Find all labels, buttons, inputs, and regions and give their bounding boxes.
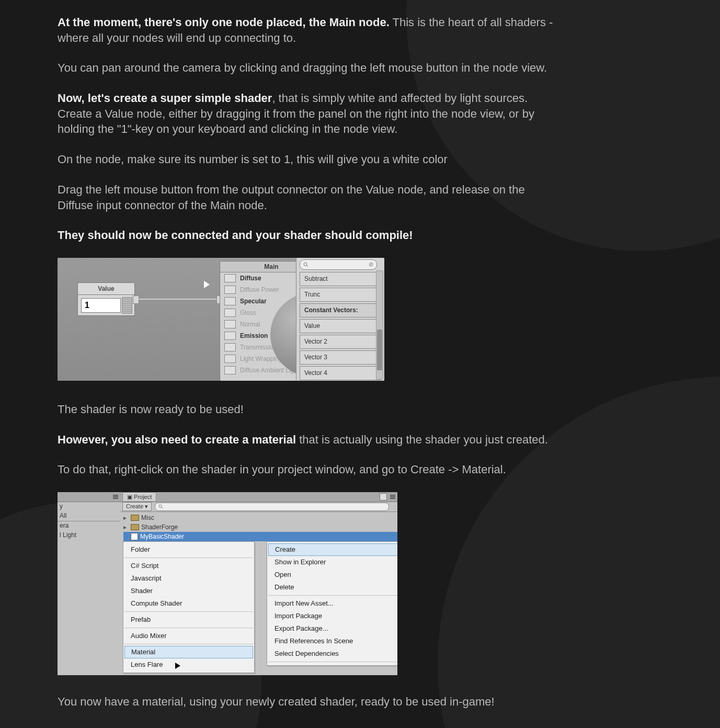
text: You can pan around the camera by clickin…: [58, 60, 559, 76]
menu-icon: [113, 494, 118, 499]
file-icon: [131, 533, 138, 540]
palette-heading: Constant Vectors:: [300, 303, 381, 317]
project-toolbar[interactable]: Create ▾: [120, 502, 397, 512]
input-socket[interactable]: [224, 274, 236, 282]
menu-label: Select Dependencies: [275, 647, 339, 660]
svg-rect-4: [113, 498, 118, 499]
tree-label: Misc: [141, 514, 154, 522]
menu-item[interactable]: Open: [267, 568, 397, 581]
menu-item[interactable]: Delete: [267, 581, 397, 594]
menu-label: Create: [275, 544, 295, 555]
input-label: Gloss: [240, 309, 256, 317]
input-label: Diffuse Power: [240, 286, 279, 294]
caret-icon[interactable]: ▸: [123, 514, 129, 522]
menu-separator: [124, 644, 253, 644]
create-button[interactable]: Create ▾: [122, 502, 152, 511]
menu-label: Compute Shader: [131, 597, 182, 610]
svg-rect-5: [390, 495, 395, 496]
context-submenu[interactable]: FolderC# ScriptJavascriptShaderCompute S…: [123, 541, 255, 673]
node-connection[interactable]: [134, 299, 222, 300]
svg-rect-7: [390, 498, 395, 499]
menu-item[interactable]: Material: [124, 646, 253, 658]
text: At the moment, there's only one node pla…: [58, 16, 390, 29]
input-socket[interactable]: [224, 297, 236, 305]
menu-item[interactable]: Show in Explorer: [267, 556, 397, 568]
menu-item[interactable]: Export Package...: [267, 622, 397, 635]
panel-tabbar[interactable]: ▣ Project: [120, 492, 397, 502]
hierarchy-item[interactable]: l Light: [58, 531, 120, 540]
menu-item[interactable]: Lens Flare: [123, 658, 254, 671]
panel-tabbar[interactable]: [58, 492, 120, 502]
svg-rect-2: [113, 495, 118, 496]
menu-item[interactable]: Select Dependencies: [267, 647, 397, 660]
svg-line-9: [161, 507, 163, 509]
palette-item[interactable]: Vector 4: [300, 366, 381, 380]
menu-label: Show in Explorer: [275, 556, 326, 568]
palette-item[interactable]: Vector 2: [300, 335, 381, 349]
menu-separator: [268, 662, 397, 662]
menu-item[interactable]: C# Script: [123, 560, 254, 572]
menu-separator: [268, 595, 397, 596]
node-canvas[interactable]: Value Main DiffuseDiffuse PowerSpecularG…: [58, 258, 295, 381]
hierarchy-rows: yAlleral Light: [58, 502, 120, 540]
menu-label: Import Package: [275, 610, 322, 622]
menu-item[interactable]: Find References In Scene: [267, 635, 397, 647]
input-socket[interactable]: [224, 286, 236, 294]
search-icon: [158, 504, 163, 509]
project-tab[interactable]: ▣ Project: [122, 492, 156, 501]
folder-icon: ▣: [127, 494, 132, 500]
menu-label: C# Script: [131, 560, 158, 572]
hierarchy-panel[interactable]: yAlleral Light: [58, 492, 121, 675]
project-search[interactable]: [155, 503, 389, 511]
text: On the node, make sure its number is set…: [58, 152, 559, 167]
input-label: Normal: [240, 320, 260, 328]
hierarchy-item[interactable]: All: [58, 511, 120, 521]
hierarchy-item[interactable]: era: [58, 521, 120, 531]
input-socket[interactable]: [224, 343, 236, 351]
menu-label: Audio Mixer: [131, 630, 167, 642]
palette-item[interactable]: Value: [300, 319, 381, 333]
menu-item[interactable]: Shader: [123, 585, 254, 597]
palette-item[interactable]: Subtract: [300, 272, 381, 286]
node-grip[interactable]: [122, 297, 132, 314]
menu-item[interactable]: Javascript: [123, 572, 254, 585]
menu-label: Javascript: [131, 572, 162, 585]
palette-item[interactable]: Vector 3: [300, 350, 381, 365]
menu-item[interactable]: Import New Asset...: [267, 597, 397, 610]
clear-icon[interactable]: ⊘: [369, 260, 373, 268]
screenshot-context-menu: yAlleral Light ▣ Project Create ▾: [58, 492, 397, 675]
palette-item[interactable]: Trunc: [300, 288, 381, 302]
palette-search[interactable]: ⊘: [300, 259, 377, 270]
menu-item[interactable]: Audio Mixer: [123, 630, 254, 642]
caret-icon[interactable]: ▸: [123, 523, 129, 531]
tree-item[interactable]: ▸ShaderForge: [123, 522, 397, 532]
tree-item[interactable]: MyBasicShader: [123, 532, 397, 541]
node-palette[interactable]: ⊘ SubtractTruncConstant Vectors:ValueVec…: [296, 258, 384, 381]
menu-item[interactable]: Prefab: [123, 613, 254, 626]
menu-label: Delete: [275, 581, 294, 594]
input-socket[interactable]: [224, 355, 236, 363]
menu-label: Material: [131, 646, 155, 658]
scrollbar[interactable]: [376, 270, 383, 380]
menu-item[interactable]: Compute Shader: [123, 597, 254, 610]
value-input[interactable]: [81, 298, 121, 313]
input-socket[interactable]: [224, 366, 236, 374]
menu-label: Find References In Scene: [275, 635, 353, 647]
menu-item[interactable]: Folder: [123, 543, 254, 556]
svg-rect-3: [113, 496, 118, 497]
context-menu[interactable]: Create▶Show in ExplorerOpenDeleteImport …: [267, 541, 397, 666]
hierarchy-item[interactable]: y: [58, 502, 120, 511]
menu-icon[interactable]: [390, 494, 395, 499]
input-label: Emission: [240, 332, 268, 340]
lock-icon[interactable]: [380, 493, 387, 500]
input-socket[interactable]: [224, 332, 236, 340]
scrollbar-thumb[interactable]: [377, 329, 382, 370]
menu-item[interactable]: Import Package▶: [267, 610, 397, 622]
value-node[interactable]: Value: [77, 282, 135, 316]
menu-item[interactable]: Create▶: [268, 543, 397, 556]
tree-item[interactable]: ▸Misc: [123, 513, 397, 522]
svg-line-1: [306, 265, 308, 267]
palette-list: SubtractTruncConstant Vectors:ValueVecto…: [296, 271, 384, 381]
input-socket[interactable]: [224, 320, 236, 328]
input-socket[interactable]: [224, 309, 236, 317]
